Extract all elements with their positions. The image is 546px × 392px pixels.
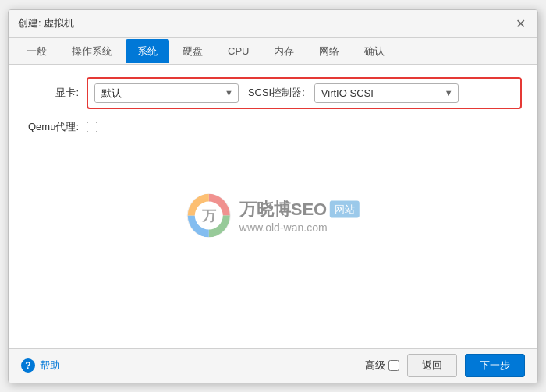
logo-brand-text: 万晓博SEO xyxy=(239,197,327,221)
scsi-label: SCSI控制器: xyxy=(248,86,305,100)
advanced-label: 高级 xyxy=(365,358,385,373)
tab-memory[interactable]: 内存 xyxy=(262,39,306,63)
tab-system[interactable]: 系统 xyxy=(126,39,169,63)
close-button[interactable]: ✕ xyxy=(512,16,528,31)
watermark-logo: 万 万晓博SEO 网站 www.old-wan.com xyxy=(186,192,360,238)
tab-confirm[interactable]: 确认 xyxy=(353,39,396,63)
title-bar: 创建: 虚拟机 ✕ xyxy=(9,10,537,38)
seo-badge: 网站 xyxy=(330,200,360,217)
help-icon: ? xyxy=(21,358,35,373)
display-label: 显卡: xyxy=(24,86,79,100)
content-area: 显卡: 默认 ▼ SCSI控制器: VirtIO SCSI ▼ xyxy=(9,65,537,348)
logo-url: www.old-wan.com xyxy=(239,221,360,233)
tab-cpu[interactable]: CPU xyxy=(216,40,261,62)
tab-bar: 一般 操作系统 系统 硬盘 CPU 内存 网络 确认 xyxy=(9,38,537,65)
help-section[interactable]: ? 帮助 xyxy=(21,358,60,373)
logo-main-text: 万晓博SEO 网站 xyxy=(239,197,360,221)
logo-circle-svg: 万 xyxy=(186,192,232,238)
tab-network[interactable]: 网络 xyxy=(307,39,351,63)
watermark: 万 万晓博SEO 网站 www.old-wan.com xyxy=(186,192,360,238)
display-select[interactable]: 默认 xyxy=(95,84,220,102)
dialog-title: 创建: 虚拟机 xyxy=(18,16,74,30)
advanced-checkbox[interactable] xyxy=(388,360,399,371)
tab-disk[interactable]: 硬盘 xyxy=(171,39,214,63)
dialog-window: 创建: 虚拟机 ✕ 一般 操作系统 系统 硬盘 CPU 内存 网络 确认 显卡:… xyxy=(8,9,538,383)
advanced-group: 高级 xyxy=(365,358,399,373)
display-select-wrapper: 默认 ▼ xyxy=(94,83,239,103)
qemu-checkbox[interactable] xyxy=(87,122,98,132)
qemu-label: Qemu代理: xyxy=(24,120,79,134)
right-controls: 高级 返回 下一步 xyxy=(365,354,525,377)
display-row: 显卡: 默认 ▼ SCSI控制器: VirtIO SCSI ▼ xyxy=(24,77,522,109)
display-select-arrow: ▼ xyxy=(220,88,238,97)
scsi-select-wrapper: VirtIO SCSI ▼ xyxy=(314,83,459,103)
tab-os[interactable]: 操作系统 xyxy=(60,39,124,63)
svg-text:万: 万 xyxy=(201,207,217,223)
qemu-row: Qemu代理: xyxy=(24,120,522,134)
scsi-select[interactable]: VirtIO SCSI xyxy=(315,84,440,102)
next-button[interactable]: 下一步 xyxy=(465,354,525,377)
scsi-select-arrow: ▼ xyxy=(440,88,458,97)
tab-general[interactable]: 一般 xyxy=(15,39,58,63)
help-label: 帮助 xyxy=(40,358,60,373)
bottom-bar: ? 帮助 高级 返回 下一步 xyxy=(9,348,537,383)
display-controls-group: 默认 ▼ SCSI控制器: VirtIO SCSI ▼ xyxy=(87,77,522,109)
logo-text-block: 万晓博SEO 网站 www.old-wan.com xyxy=(239,197,360,233)
back-button[interactable]: 返回 xyxy=(407,354,457,377)
